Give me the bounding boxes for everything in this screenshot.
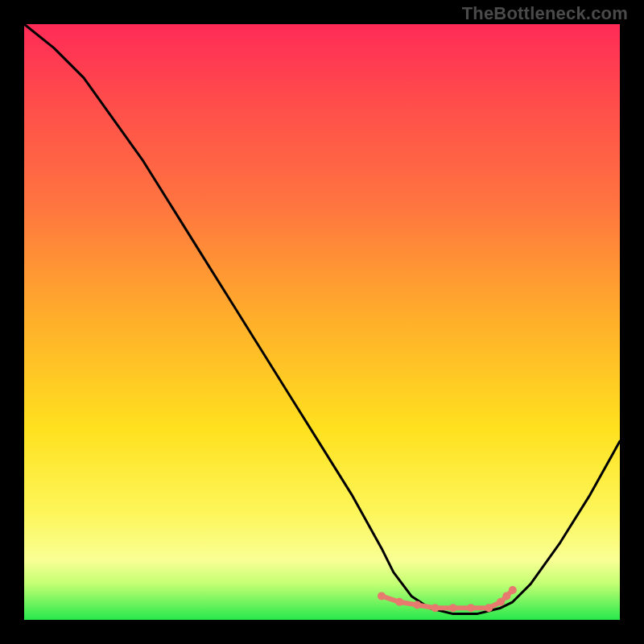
- chart-container: TheBottleneck.com: [0, 0, 644, 644]
- marker-dot: [467, 604, 475, 612]
- marker-dot: [497, 598, 505, 606]
- marker-dot: [378, 592, 386, 600]
- plot-area: [24, 24, 620, 620]
- curve-svg: [24, 24, 620, 620]
- marker-dot: [395, 598, 403, 606]
- marker-dot: [485, 604, 493, 612]
- marker-dot: [431, 604, 440, 612]
- marker-dot: [502, 592, 510, 600]
- main-curve: [24, 24, 620, 614]
- marker-dot: [413, 601, 421, 609]
- watermark-text: TheBottleneck.com: [462, 3, 628, 24]
- marker-dot: [509, 586, 517, 594]
- marker-dot: [449, 604, 457, 612]
